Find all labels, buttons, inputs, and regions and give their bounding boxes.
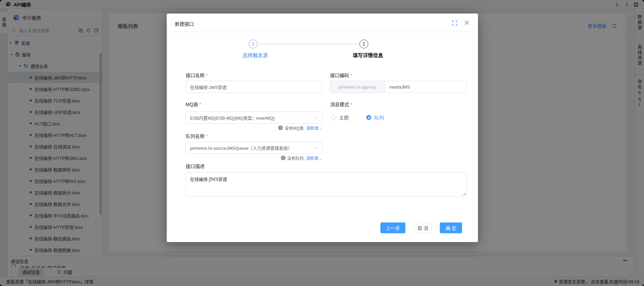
previous-step-button[interactable]: 上一步 — [380, 222, 405, 233]
interface-code-field: primeton.hr.agency. — [330, 81, 467, 93]
code-prefix: primeton.hr.agency. — [330, 81, 385, 93]
chevron-down-icon — [315, 116, 319, 120]
app-window: API编排 资源 中介服务 输入关键字搜索 — [0, 0, 644, 286]
step-2-label: 填写详情信息 — [338, 51, 398, 58]
confirm-button[interactable]: 确 定 — [440, 222, 462, 233]
radio-circle-icon — [331, 115, 336, 120]
dialog-header: 新建接口 — [167, 14, 478, 32]
info-icon — [281, 156, 286, 160]
field-label-queue-name: 队列名称* — [186, 133, 208, 139]
step-2-circle: 2 — [359, 40, 368, 48]
interface-name-input[interactable] — [186, 81, 322, 93]
dialog-title: 新建接口 — [175, 20, 194, 27]
dialog-footer: 上一步 取 消 确 定 — [380, 222, 462, 233]
radio-queue-label: 队列 — [374, 114, 384, 121]
field-label-message-mode: 消息模式* — [330, 101, 352, 108]
radio-topic-label: 主题 — [339, 114, 349, 121]
required-asterisk: * — [350, 102, 352, 107]
helper-text: 没有MQ源, — [285, 125, 304, 131]
step-1-label: 选择触发源 — [226, 51, 284, 58]
cancel-button[interactable]: 取 消 — [414, 222, 432, 233]
fullscreen-icon[interactable] — [452, 20, 457, 26]
field-label-code: 接口编码* — [330, 72, 352, 78]
field-label-name: 接口名称* — [186, 72, 208, 78]
new-interface-dialog: 新建接口 1 2 选择触发源 填写详情信息 接口名称* 接口编码* primet… — [167, 14, 478, 242]
mq-source-select[interactable]: ESB内置MQ(ESB-MQ)[MQ类型：innerMQ] — [186, 112, 322, 124]
description-textarea[interactable] — [186, 173, 467, 196]
mq-source-value: ESB内置MQ(ESB-MQ)[MQ类型：innerMQ] — [190, 115, 274, 121]
queue-name-value: primeton.hr.sourceJMSQueue（人力资源管理系统） — [190, 145, 292, 151]
helper-text: 没有队列, — [287, 155, 304, 161]
queue-name-select[interactable]: primeton.hr.sourceJMSQueue（人力资源管理系统） — [186, 142, 322, 154]
interface-code-input[interactable] — [385, 81, 466, 93]
add-new-link[interactable]: 请新增→ — [306, 155, 322, 161]
mq-source-helper: 没有MQ源,请新增→ — [278, 125, 322, 130]
queue-helper: 没有队列,请新增→ — [281, 155, 322, 161]
chevron-down-icon — [315, 146, 319, 150]
radio-circle-icon — [366, 115, 371, 120]
radio-queue[interactable]: 队列 — [366, 114, 384, 121]
required-asterisk: * — [206, 73, 208, 78]
required-asterisk: * — [350, 73, 352, 78]
required-asterisk: * — [199, 102, 201, 107]
field-label-description: 接口描述 — [186, 163, 205, 169]
add-new-link[interactable]: 请新增→ — [306, 125, 322, 131]
required-asterisk: * — [206, 134, 208, 139]
step-connector-line — [259, 44, 359, 44]
info-icon — [278, 125, 283, 130]
message-mode-radio-group: 主题 队列 — [331, 114, 384, 121]
close-icon[interactable] — [464, 20, 470, 26]
field-label-mq-source: MQ源* — [186, 101, 201, 108]
description-field — [186, 172, 467, 197]
step-1-circle: 1 — [249, 40, 258, 48]
resize-handle-icon[interactable] — [463, 192, 466, 196]
radio-topic[interactable]: 主题 — [331, 114, 349, 121]
